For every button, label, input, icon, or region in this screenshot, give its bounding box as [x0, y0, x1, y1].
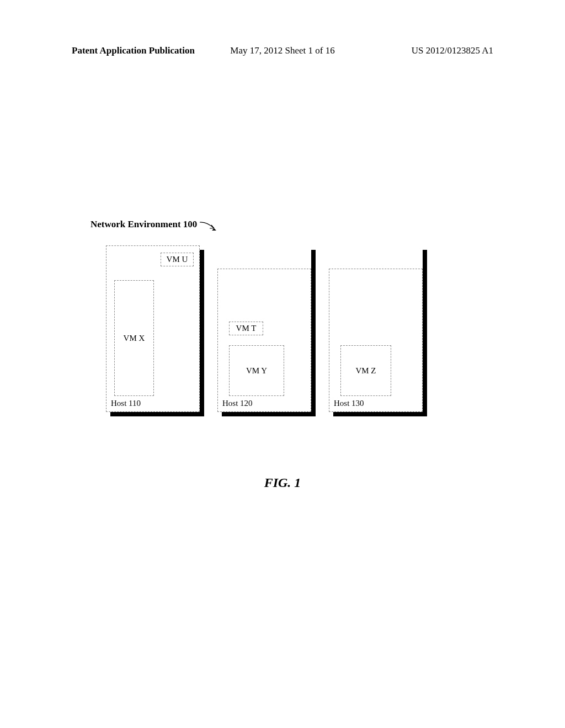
svg-marker-0	[212, 228, 216, 231]
leader-arrow-icon	[199, 221, 221, 235]
vm-label: VM U	[167, 255, 188, 264]
box-shadow	[423, 250, 427, 416]
header-publication-type: Patent Application Publication	[72, 45, 195, 56]
vm-x-box: VM X	[114, 280, 154, 396]
figure-label: FIG. 1	[264, 475, 301, 490]
host-110-wrapper: VM U VM X Host 110	[106, 245, 200, 412]
box-shadow	[311, 250, 316, 416]
vm-label: VM X	[124, 334, 145, 343]
host-130-wrapper: VM Z Host 130	[329, 245, 423, 412]
header-date-sheet: May 17, 2012 Sheet 1 of 16	[230, 45, 334, 56]
host-label: Host 120	[222, 399, 253, 408]
vm-u-box: VM U	[161, 253, 194, 266]
box-shadow	[110, 412, 204, 416]
box-shadow	[333, 412, 427, 416]
vm-label: VM Y	[246, 366, 267, 376]
header-publication-number: US 2012/0123825 A1	[412, 45, 493, 56]
network-diagram: VM U VM X Host 110 VM T VM Y Host 120 VM…	[106, 245, 423, 412]
host-110-box: VM U VM X Host 110	[106, 245, 200, 412]
vm-label: VM Z	[355, 366, 376, 376]
environment-label: Network Environment 100	[90, 219, 197, 230]
vm-y-box: VM Y	[229, 345, 284, 396]
box-shadow	[200, 250, 204, 416]
vm-t-box: VM T	[229, 322, 263, 335]
host-130-box: VM Z Host 130	[329, 269, 423, 412]
box-shadow	[222, 412, 316, 416]
host-120-box: VM T VM Y Host 120	[217, 269, 311, 412]
host-label: Host 110	[111, 399, 141, 408]
vm-label: VM T	[236, 324, 257, 333]
host-label: Host 130	[334, 399, 364, 408]
page-header: Patent Application Publication May 17, 2…	[0, 45, 565, 56]
host-120-wrapper: VM T VM Y Host 120	[217, 245, 311, 412]
vm-z-box: VM Z	[340, 345, 391, 396]
